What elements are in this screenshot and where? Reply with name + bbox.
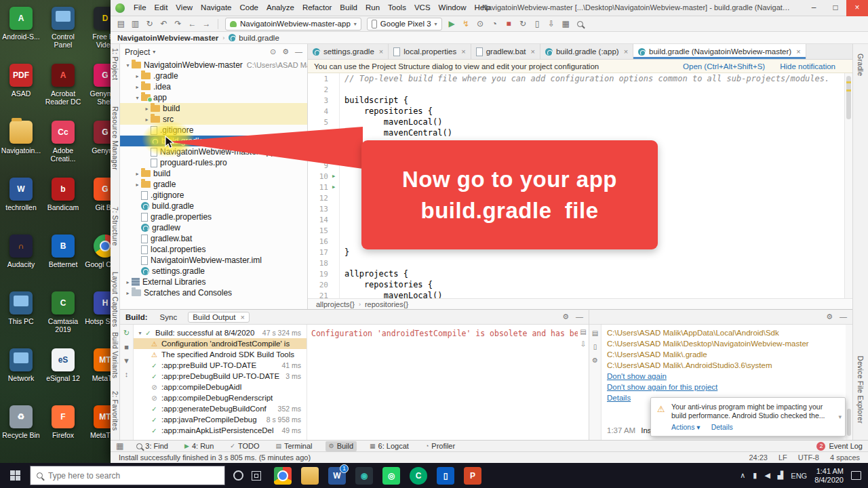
toolwindow-build[interactable]: ⚙Build (326, 441, 357, 451)
build-row-app-mainapklistpersistencedel[interactable]: ✓:app:mainApkListPersistenceDel49 ms (134, 425, 307, 436)
stop-icon[interactable]: ■ (124, 343, 129, 351)
build-root-row[interactable]: ▾✓Build: successful at 8/4/202047 s 324 … (134, 327, 307, 338)
tree-item-navigatoinwebview-master-iml[interactable]: NavigatoinWebview-master.iml (120, 255, 307, 266)
tree-item-external-libraries[interactable]: ▸External Libraries (120, 277, 307, 287)
tree-item-build[interactable]: ▸build (120, 168, 307, 179)
taskbar-app-word[interactable]: W1 (328, 467, 346, 485)
avd-manager-icon[interactable]: ▯ (531, 18, 544, 30)
build-row-app-javaprecompiledebug[interactable]: ✓:app:javaPreCompileDebug8 s 958 ms (134, 414, 307, 425)
maximize-button[interactable]: □ (825, 0, 846, 16)
close-icon[interactable]: × (461, 47, 465, 56)
tree-item-gradle-properties[interactable]: gradle.properties (120, 211, 307, 222)
desktop-item-audacity[interactable]: ∩Audacity (0, 235, 42, 291)
collapse-popup-icon[interactable]: ▾ (838, 413, 842, 420)
save-all-icon[interactable]: ▥ (129, 18, 142, 30)
volume-icon[interactable]: ◀ (764, 471, 770, 480)
editor-tab-local-properties[interactable]: local.properties× (389, 44, 471, 59)
build-row-app-compiledebugrenderscript[interactable]: ⊘:app:compileDebugRenderscript (134, 392, 307, 403)
menu-code[interactable]: Code (235, 0, 262, 16)
taskbar-app-powerpoint[interactable]: P (464, 467, 481, 485)
event-log-link-details[interactable]: Details (607, 394, 631, 402)
tree-item-app[interactable]: ▾app (120, 92, 307, 103)
target-icon[interactable]: ⊙ (270, 47, 276, 56)
desktop-item-adobe-creative[interactable]: CcAdobe Creati... (42, 121, 84, 178)
tool-button-resource-manager[interactable]: Resource Manager (111, 106, 119, 170)
tool-button-layout-captures[interactable]: Layout Captures (111, 272, 119, 327)
taskbar-app-whatsapp[interactable]: ◎ (382, 467, 400, 485)
desktop-item-bandicam[interactable]: bBandicam (42, 178, 84, 235)
editor-breadcrumb-item[interactable]: allprojects{} (316, 300, 355, 308)
toolwindow-4-run[interactable]: ▶4: Run (181, 441, 217, 451)
close-icon[interactable]: × (530, 47, 534, 56)
menu-vcs[interactable]: VCS (410, 0, 435, 16)
toolwindow-todo[interactable]: ✓TODO (226, 441, 262, 451)
tree-item-src[interactable]: ▸src (120, 114, 307, 125)
build-row-app-generatedebugbuildconf[interactable]: ✓:app:generateDebugBuildConf352 ms (134, 403, 307, 414)
editor-scrollbar[interactable] (844, 73, 852, 298)
soft-wrap-icon[interactable]: ▤ (592, 329, 598, 337)
taskbar-app-camtasia[interactable]: C (410, 467, 427, 485)
filter-icon[interactable]: ▼ (123, 357, 130, 365)
desktop-item-esignal[interactable]: eSeSignal 12 (42, 348, 84, 405)
search-input[interactable] (48, 471, 218, 481)
menu-refactor[interactable]: Refactor (298, 0, 336, 16)
menu-edit[interactable]: Edit (151, 0, 172, 16)
toolwindow-terminal[interactable]: ▤Terminal (272, 441, 315, 451)
close-icon[interactable]: × (240, 313, 244, 321)
desktop-item-asad-pdf[interactable]: PDFASAD (0, 64, 42, 121)
status-item-4-spaces[interactable]: 4 spaces (830, 453, 860, 462)
desktop-item-network[interactable]: Network (0, 348, 42, 405)
tree-item-proguard-rules-pro[interactable]: proguard-rules.pro (120, 157, 307, 168)
sdk-manager-icon[interactable]: ⇩ (545, 18, 558, 30)
cortana-icon[interactable] (233, 470, 243, 481)
tree-item-local-properties[interactable]: local.properties (120, 244, 307, 255)
desktop-item-techrollen[interactable]: Wtechrollen (0, 178, 42, 235)
status-item-utf-8[interactable]: UTF-8 (798, 453, 819, 462)
search-everywhere-icon[interactable] (574, 18, 587, 30)
menu-file[interactable]: File (130, 0, 151, 16)
close-icon[interactable]: × (624, 47, 628, 56)
language-indicator[interactable]: ENG (791, 472, 807, 480)
open-project-structure-link[interactable]: Open (Ctrl+Alt+Shift+S) (683, 62, 765, 70)
restart-build-icon[interactable]: ↻ (123, 329, 130, 338)
toolwindow-event-log[interactable]: 2Event Log (816, 442, 863, 451)
network-icon[interactable]: ▟ (778, 471, 783, 480)
build-tab-build-output[interactable]: Build Output× (188, 312, 250, 323)
tree-item-navigatoinwebview-master[interactable]: ▾NavigatoinWebview-masterC:\Users\ASAD M… (120, 60, 307, 70)
menu-build[interactable]: Build (336, 0, 361, 16)
desktop-item-navigatoin-folder[interactable]: Navigatoin... (0, 121, 42, 178)
tree-item-scratches-and-consoles[interactable]: ▸Scratches and Consoles (120, 287, 307, 298)
chevron-down-icon[interactable]: ▾ (153, 49, 155, 55)
hide-icon[interactable]: — (295, 47, 302, 56)
toolwindow-3-find[interactable]: 3: Find (133, 441, 172, 451)
menu-tools[interactable]: Tools (384, 0, 410, 16)
editor-tab-gradlew-bat[interactable]: gradlew.bat× (471, 44, 540, 59)
tree-item-build[interactable]: ▸build (120, 103, 307, 114)
event-log-link-don-t-show-again-for-this-project[interactable]: Don't show again for this project (607, 383, 717, 391)
start-button[interactable] (0, 463, 30, 488)
menu-run[interactable]: Run (361, 0, 384, 16)
settings-icon[interactable]: ⚙ (562, 312, 569, 321)
task-view-icon[interactable] (252, 471, 261, 481)
apply-changes-icon[interactable]: ↯ (460, 18, 473, 30)
desktop-item-control-panel[interactable]: Control Panel (42, 7, 84, 64)
desktop-item-firefox[interactable]: FFirefox (42, 405, 84, 462)
desktop-item-betternet[interactable]: BBetternet (42, 235, 84, 291)
hide-notification-link[interactable]: Hide notification (780, 62, 835, 70)
minimize-button[interactable]: – (803, 0, 825, 16)
event-log-link-don-t-show-again[interactable]: Don't show again (607, 372, 667, 380)
status-item-24-23[interactable]: 24:23 (749, 453, 768, 462)
desktop-item-acrobat-reader[interactable]: AAcrobat Reader DC (42, 64, 84, 121)
settings-icon[interactable]: ⚙ (592, 357, 598, 364)
taskbar-app-file-explorer[interactable] (301, 467, 319, 485)
menu-view[interactable]: View (172, 0, 197, 16)
editor-tab-build-gradle-navigatoinwebview-master[interactable]: build.gradle (NavigatoinWebview-master)× (633, 44, 806, 59)
breadcrumb-navigatoinwebview-master[interactable]: NavigatoinWebview-master (117, 34, 218, 42)
tree-item-settings-gradle[interactable]: settings.gradle (120, 266, 307, 277)
tree-item-build-gradle[interactable]: build.gradle (120, 201, 307, 211)
settings-icon[interactable]: ⚙ (282, 47, 289, 56)
tree-item-gradlew-bat[interactable]: gradlew.bat (120, 233, 307, 244)
clock[interactable]: 1:41 AM8/4/2020 (814, 467, 844, 485)
battery-icon[interactable]: ▮ (753, 471, 757, 480)
tree-item-gradlew[interactable]: gradlew (120, 222, 307, 233)
